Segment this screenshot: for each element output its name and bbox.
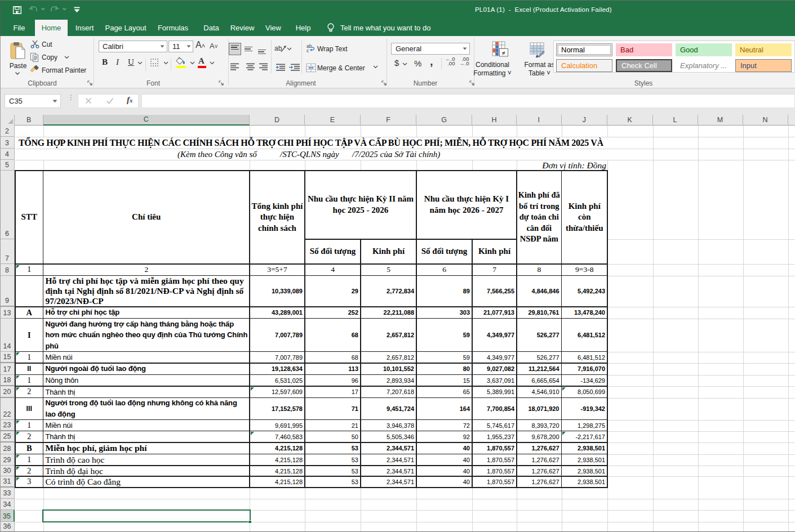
- svg-text:ab: ab: [274, 44, 282, 52]
- svg-text:c: c: [307, 48, 309, 53]
- svg-text:≠: ≠: [502, 50, 505, 56]
